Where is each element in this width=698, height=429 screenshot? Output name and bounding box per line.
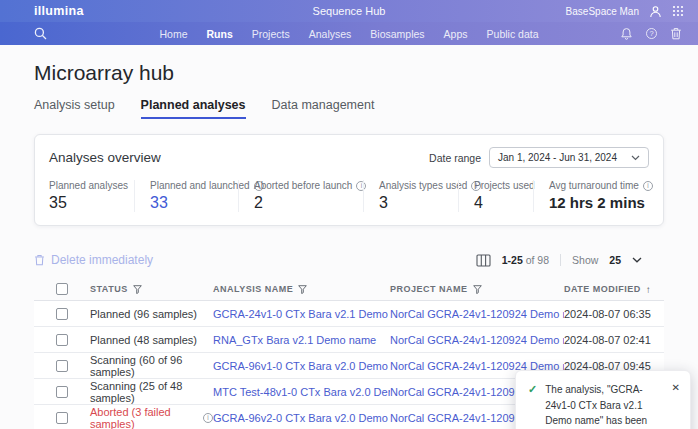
divider	[560, 254, 561, 266]
analysis-name-link[interactable]: RNA_GTx Bara v2.1 Demo name	[213, 334, 390, 346]
search-icon[interactable]	[34, 27, 47, 40]
card-title: Analyses overview	[49, 150, 161, 165]
table-row: Planned (96 samples) GCRA-24v1-0 CTx Bar…	[34, 301, 664, 327]
check-icon: ✓	[528, 382, 537, 429]
date-range-control: Date range Jan 1, 2024 - Jun 31, 2024	[429, 147, 649, 168]
row-checkbox[interactable]	[56, 386, 68, 398]
stat-projects-used-value: 4	[474, 194, 518, 212]
info-icon[interactable]: i	[203, 413, 213, 423]
date-modified-cell: 2024-08-07 02:41	[564, 334, 664, 346]
project-name-link[interactable]: NorCal GCRA-24v1-120924 Demo name	[390, 308, 564, 320]
toast-message: The analysis, "GCRA-24v1-0 CTx Bara v2.1…	[545, 382, 659, 429]
table-row: Planned (48 samples) RNA_GTx Bara v2.1 D…	[34, 327, 664, 353]
nav-item-biosamples[interactable]: Biosamples	[370, 28, 424, 40]
column-header-date-modified: Date Modified	[564, 284, 641, 294]
show-label: Show	[572, 254, 598, 266]
trash-icon	[34, 254, 45, 266]
tab-planned-analyses[interactable]: Planned analyses	[141, 98, 246, 119]
table-toolbar: Delete immediately 1-25 of 98 Show 25	[34, 253, 664, 267]
analyses-overview-card: Analyses overview Date range Jan 1, 2024…	[34, 134, 664, 226]
column-header-status: Status	[90, 284, 128, 294]
tab-data-management[interactable]: Data management	[272, 98, 375, 119]
trash-icon[interactable]	[670, 27, 682, 40]
help-icon[interactable]: ?	[646, 28, 657, 39]
analysis-name-link[interactable]: GCRA-24v1-0 CTx Bara v2.1 Demo name	[213, 308, 390, 320]
row-checkbox[interactable]	[56, 412, 68, 424]
top-bar: illumina Sequence Hub BaseSpace Man	[0, 0, 698, 22]
chevron-down-icon[interactable]	[632, 257, 642, 263]
sort-ascending-icon[interactable]: ↑	[646, 284, 652, 295]
select-all-checkbox[interactable]	[56, 283, 68, 295]
column-header-project-name: Project Name	[390, 284, 468, 294]
chevron-down-icon	[631, 155, 640, 161]
nav-item-runs[interactable]: Runs	[207, 28, 233, 40]
analysis-name-link[interactable]: GCRA-96v2-0 CTx Bara v2.0 Demo name	[213, 412, 390, 424]
overview-stats: Planned analyses 35 Planned and launched…	[49, 180, 649, 212]
tab-analysis-setup[interactable]: Analysis setup	[34, 98, 115, 119]
user-icon[interactable]	[649, 5, 662, 18]
info-icon[interactable]: i	[643, 181, 653, 191]
stat-planned-analyses: Planned analyses 35	[49, 180, 119, 212]
stat-analysis-types-used: Analysis types usedi 3	[363, 180, 443, 212]
stat-analysis-types-used-value: 3	[379, 194, 443, 212]
stat-aborted-before-launch-value: 2	[254, 194, 348, 212]
status-cell: Scanning (25 of 48 samples)	[90, 380, 213, 404]
nav-item-home[interactable]: Home	[160, 28, 188, 40]
stat-projects-used: Projects used 4	[458, 180, 518, 212]
status-cell: Planned (96 samples)	[90, 308, 213, 320]
project-name-link[interactable]: NorCal GCRA-24v1-120924 Demo name	[390, 334, 564, 346]
date-range-select[interactable]: Jan 1, 2024 - Jun 31, 2024	[489, 147, 649, 168]
analysis-name-link[interactable]: MTC Test-48v1-0 CTx Bara v2.0 Demo name	[213, 386, 390, 398]
row-checkbox[interactable]	[56, 308, 68, 320]
page-size-value[interactable]: 25	[609, 254, 621, 266]
nav-bar: Home Runs Projects Analyses Biosamples A…	[0, 22, 698, 45]
stat-planned-and-launched: Planned and launchedi 33	[134, 180, 223, 212]
account-name[interactable]: BaseSpace Man	[566, 6, 639, 17]
stat-planned-and-launched-value[interactable]: 33	[150, 194, 223, 212]
nav-item-apps[interactable]: Apps	[444, 28, 468, 40]
stat-aborted-before-launch: Aborted before launchi 2	[238, 180, 348, 212]
stat-avg-turnaround-time-value: 12 hrs 2 mins	[549, 194, 653, 211]
row-checkbox[interactable]	[56, 334, 68, 346]
delete-immediately-button[interactable]: Delete immediately	[34, 253, 153, 267]
date-range-value: Jan 1, 2024 - Jun 31, 2024	[498, 152, 617, 163]
main-nav: Home Runs Projects Analyses Biosamples A…	[160, 28, 539, 40]
status-cell: Scanning (60 of 96 samples)	[90, 354, 213, 378]
apps-grid-icon[interactable]	[672, 5, 684, 17]
close-icon[interactable]: ✕	[672, 382, 680, 429]
row-checkbox[interactable]	[56, 360, 68, 372]
notifications-bell-icon[interactable]	[620, 27, 633, 40]
nav-item-analyses[interactable]: Analyses	[309, 28, 352, 40]
columns-icon[interactable]	[476, 254, 491, 267]
analysis-name-link[interactable]: GCRA-96v1-0 CTx Bara v2.0 Demo name	[213, 360, 390, 372]
pagination-range: 1-25 of 98	[502, 254, 549, 266]
stat-avg-turnaround-time: Avg turnaround timei 12 hrs 2 mins	[533, 180, 653, 212]
date-range-label: Date range	[429, 152, 481, 164]
nav-item-projects[interactable]: Projects	[252, 28, 290, 40]
table-header-row: Status Analysis Name Project Name Date M…	[34, 278, 664, 301]
filter-icon[interactable]	[473, 285, 482, 294]
status-cell: Aborted (3 failed samples) i	[90, 406, 213, 429]
tab-bar: Analysis setup Planned analyses Data man…	[34, 98, 698, 119]
page-title: Microarray hub	[34, 61, 698, 85]
filter-icon[interactable]	[298, 285, 307, 294]
date-modified-cell: 2024-08-07 06:35	[564, 308, 664, 320]
nav-item-public-data[interactable]: Public data	[487, 28, 539, 40]
filter-icon[interactable]	[133, 285, 142, 294]
stat-planned-analyses-value: 35	[49, 194, 119, 212]
status-cell: Planned (48 samples)	[90, 334, 213, 346]
success-toast: ✓ The analysis, "GCRA-24v1-0 CTx Bara v2…	[515, 370, 691, 429]
column-header-analysis-name: Analysis Name	[213, 284, 293, 294]
